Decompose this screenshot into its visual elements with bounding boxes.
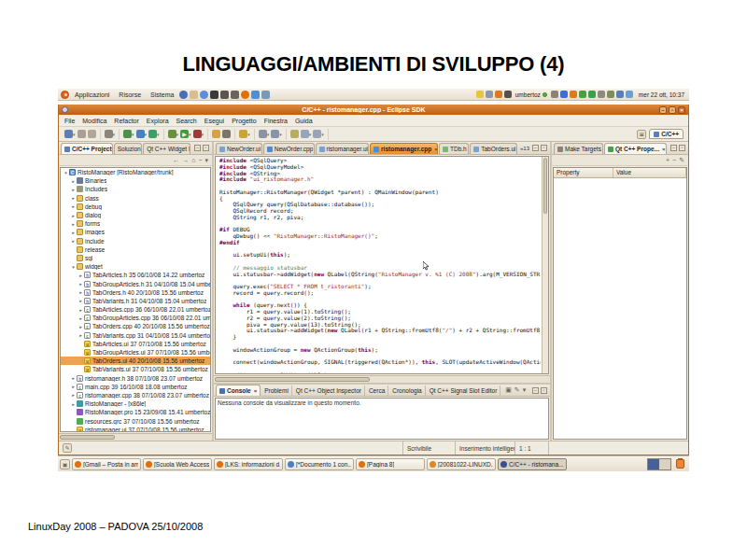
tree-item[interactable]: ▸hristomanager.h 38 07/10/08 23.07 umber… [61, 374, 210, 383]
tree-item[interactable]: release [61, 245, 210, 254]
taskbar-window-20081022-linuxd[interactable]: [20081022-LINUXD... [427, 458, 496, 470]
prev-annotation-icon[interactable] [271, 130, 279, 138]
new-wizard-icon[interactable] [64, 130, 73, 138]
run-icon[interactable]: ▶ [180, 130, 189, 138]
minimize-panel-icon[interactable]: – [532, 145, 539, 151]
save-icon[interactable] [78, 130, 86, 138]
tree-item[interactable]: ▸cTabArticles.cpp 36 06/10/08 22.01 umbe… [61, 305, 210, 314]
tab-neworder-ui[interactable]: NewOrder.ui [216, 143, 262, 154]
menu-esegui[interactable]: Esegui [204, 118, 224, 124]
maximize-panel-icon[interactable]: ▫ [203, 145, 209, 151]
dropdown-caret-icon[interactable]: ▾ [279, 132, 282, 137]
browser-launcher-icon[interactable] [179, 91, 188, 99]
dropdown-caret-icon[interactable]: ▾ [321, 132, 324, 137]
tree-collapse-arrow-icon[interactable]: ▸ [78, 298, 84, 303]
close-icon[interactable]: × [434, 147, 438, 152]
statusbar-edit-icon[interactable]: ✎ [63, 443, 72, 453]
tree-collapse-arrow-icon[interactable]: ▸ [78, 324, 84, 329]
forward-icon[interactable]: → [182, 156, 189, 165]
debug-icon[interactable] [168, 130, 176, 138]
menu-finestra[interactable]: Finestra [264, 118, 288, 124]
tab-taborders-ui[interactable]: TabOrders.ui [470, 143, 517, 154]
minimize-panel-icon[interactable]: – [532, 387, 539, 394]
external-tools-icon[interactable] [193, 130, 202, 138]
code-editor[interactable]: #include <QSqlQuery>#include <QSqlQueryM… [215, 156, 549, 374]
help-launcher-icon[interactable] [200, 91, 208, 99]
close-icon[interactable]: × [662, 147, 666, 152]
tree-item[interactable]: ▸cTabVariants.cpp 31 04/10/08 15.04 umbe… [61, 331, 210, 340]
tree-collapse-arrow-icon[interactable]: ▸ [70, 238, 77, 244]
open-console-icon[interactable]: ▣ [505, 385, 512, 395]
updates-tray-icon[interactable] [579, 91, 586, 98]
tree-item[interactable]: uristomanager.ui 37 07/10/08 15.56 umber… [61, 426, 210, 432]
close-icon[interactable]: × [678, 106, 685, 114]
add-property-icon[interactable]: + [666, 156, 669, 165]
back-icon[interactable] [301, 130, 309, 138]
tab-cronologia[interactable]: Cronologia [389, 385, 425, 396]
display-tray-icon[interactable] [504, 91, 512, 98]
tree-collapse-arrow-icon[interactable]: ▸ [70, 195, 77, 201]
tree-collapse-arrow-icon[interactable]: ▸ [78, 273, 84, 278]
projects-hscrollbar[interactable] [59, 433, 212, 441]
remove-property-icon[interactable]: − [672, 156, 676, 165]
dropdown-caret-icon[interactable]: ▾ [113, 132, 116, 137]
tree-item[interactable]: uTabGroupArticles.ui 37 07/10/08 15.56 u… [61, 348, 210, 357]
tree-expanded-arrow-icon[interactable]: ▾ [70, 264, 77, 270]
perspective-cpp[interactable]: C/C++ [649, 129, 684, 139]
tree-collapse-arrow-icon[interactable]: ▸ [78, 281, 84, 287]
dropdown-caret-icon[interactable]: ▾ [145, 132, 148, 137]
maximize-panel-icon[interactable]: ▫ [541, 387, 547, 394]
dropdown-caret-icon[interactable]: ▾ [202, 132, 204, 137]
last-edit-location-icon[interactable] [290, 130, 299, 138]
bluetooth-tray-icon[interactable] [560, 91, 568, 98]
taskbar-window-lks-informazioni-d[interactable]: [LKS: informazioni d... [214, 458, 283, 470]
close-icon[interactable]: × [254, 388, 258, 394]
back-icon[interactable]: ← [173, 156, 179, 165]
tab-cerca[interactable]: Cerca [366, 385, 388, 396]
menu-explora[interactable]: Explora [147, 118, 169, 124]
tree-item[interactable]: ▸images [61, 228, 210, 236]
maximize-panel-icon[interactable]: ▫ [541, 145, 547, 151]
tree-collapse-arrow-icon[interactable]: ▸ [78, 332, 84, 338]
scroll-thumb[interactable] [60, 435, 115, 440]
tree-item[interactable]: ▾CRistoManager [RistoManager/trunk] [61, 168, 210, 176]
tab-ristomanager-cpp[interactable]: ristomanager.cpp× [370, 143, 438, 154]
clock[interactable]: mer 22 ott, 10:37 [637, 91, 686, 98]
eclipse-titlebar[interactable]: C/C++ - ristomanager.cpp - Eclipse SDK –… [59, 105, 688, 115]
terminal-launcher-icon[interactable] [210, 91, 218, 99]
edit-icon[interactable] [222, 130, 231, 138]
build-all-icon[interactable] [105, 130, 113, 138]
tree-item[interactable]: uTabVariants.ui 37 07/10/08 15.56 umbert… [61, 365, 210, 373]
tab-ristomanager-ui[interactable]: ristomanager.ui [316, 143, 370, 154]
minimize-panel-icon[interactable]: – [670, 145, 677, 151]
menu-search[interactable]: Search [176, 118, 197, 124]
tree-item[interactable]: sql [61, 254, 210, 262]
search-tray-icon[interactable] [598, 91, 605, 98]
edit-property-icon[interactable]: ✎ [679, 156, 684, 165]
network-tray-icon[interactable] [588, 91, 596, 98]
tree-item[interactable]: ▾widget [61, 262, 210, 271]
collapse-all-icon[interactable]: − [198, 156, 202, 165]
menu-guida[interactable]: Guida [295, 118, 313, 124]
user-switcher[interactable]: umbertoz [515, 91, 547, 98]
scroll-thumb[interactable] [215, 377, 370, 382]
dropdown-caret-icon[interactable]: ▾ [176, 132, 179, 137]
open-perspective-icon[interactable]: ⊞ [637, 130, 646, 139]
rss-tray-icon[interactable] [570, 91, 577, 98]
taskbar-window-c-c-ristomana[interactable]: C/C++ - ristomana... [498, 458, 567, 470]
tab-make-targets[interactable]: Make Targets [554, 143, 603, 154]
photo-tray-icon[interactable] [626, 91, 633, 98]
mail-launcher-icon[interactable] [251, 91, 260, 99]
tree-item[interactable]: ▸cTabOrders.cpp 40 20/10/08 15.56 umbert… [61, 322, 210, 330]
gnome-menu-sistema[interactable]: Sistema [148, 91, 176, 98]
pin-console-icon[interactable]: ✎ [514, 385, 520, 395]
tree-item[interactable]: RistoManager.pro 15 23/09/08 15.41 umber… [61, 408, 210, 416]
office-launcher-icon[interactable] [261, 91, 270, 99]
tree-item[interactable]: uTabOrders.ui 40 20/10/08 15.56 umbertoz [61, 357, 210, 365]
tab-tdb-h[interactable]: TDb.h [439, 143, 469, 154]
new-cpp-class-icon[interactable] [123, 130, 132, 138]
tree-collapse-arrow-icon[interactable]: ▸ [70, 375, 77, 381]
menu-file[interactable]: File [64, 118, 75, 124]
tree-item[interactable]: ▸hTabArticles.h 35 06/10/08 14.22 umbert… [61, 271, 210, 279]
dropdown-caret-icon[interactable]: ▾ [189, 132, 191, 137]
